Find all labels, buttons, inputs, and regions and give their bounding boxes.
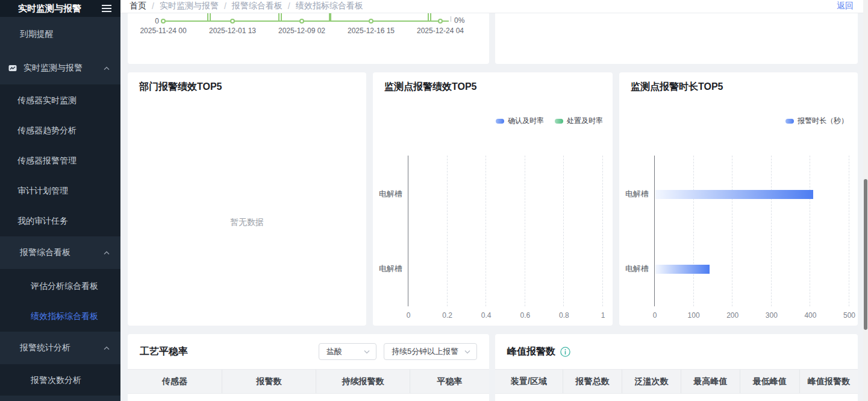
chevron-down-icon	[464, 350, 470, 354]
sidebar-submenu-group: 评估分析综合看板 绩效指标综合看板	[0, 269, 120, 332]
sidebar-item-evaluation-dashboard[interactable]: 评估分析综合看板	[0, 271, 120, 302]
chart-x-tick-label: 0.2	[442, 311, 452, 320]
sidebar-submenu-alarm-statistics[interactable]: 报警统计分析	[0, 332, 120, 364]
column-header: 峰值报警数	[800, 370, 858, 393]
sidebar-item-label: 传感器趋势分析	[17, 125, 76, 136]
alarm-trend-chart-card: 2025-11-24 002025-12-01 132025-12-09 022…	[128, 13, 489, 64]
trend-spike	[428, 13, 429, 21]
tables-row: 工艺平稳率 盐酸 持续5分钟以上报警 传感器 报警数 持续报警数	[128, 334, 858, 401]
select-value: 盐酸	[326, 346, 342, 357]
sidebar-item-label: 报警综合看板	[20, 247, 70, 258]
chart-gridline	[810, 156, 810, 306]
sidebar-header: 实时监测与报警	[0, 0, 120, 17]
chart-bar	[655, 190, 813, 199]
card-title: 监测点报警绩效TOP5	[384, 81, 477, 93]
trend-x-tick-label: 2025-12-24 04	[417, 27, 464, 35]
trend-right-axis-tickmark	[451, 16, 451, 22]
info-icon[interactable]	[560, 347, 570, 357]
trend-data-marker	[369, 19, 373, 24]
column-header: 最低峰值	[740, 370, 800, 393]
card-title: 监测点报警时长TOP5	[631, 81, 723, 93]
panel-header: 峰值报警数	[495, 334, 858, 369]
process-select[interactable]: 盐酸	[319, 343, 376, 360]
legend-label: 确认及时率	[508, 116, 544, 126]
hamburger-menu-icon[interactable]	[101, 4, 112, 13]
trend-x-tick-label: 2025-12-16 15	[348, 27, 395, 35]
top-right-card	[495, 13, 858, 64]
trend-data-marker	[230, 19, 235, 24]
panel-title: 工艺平稳率	[140, 346, 188, 358]
trend-spike	[430, 13, 431, 21]
column-header: 持续报警数	[316, 370, 410, 393]
sidebar-item-label: 绩效指标综合看板	[31, 311, 98, 322]
chart-x-tick-label: 500	[843, 311, 855, 320]
chart-x-tick-label: 0.4	[481, 311, 492, 320]
column-header: 泛滥次数	[622, 370, 681, 393]
hbar-chart-plot: 0100200300400500电解槽电解槽	[654, 156, 849, 306]
sidebar-item-label: 到期提醒	[20, 29, 54, 40]
sidebar-item-label: 报警统计分析	[20, 343, 70, 353]
sidebar: 实时监测与报警 到期提醒 实时监测与报警 传感器实时监测 传感器趋势分析 传感器…	[0, 0, 120, 401]
sidebar-item-alarm-count-analysis[interactable]: 报警次数分析	[0, 365, 120, 396]
sidebar-item-expiry-reminder[interactable]: 到期提醒	[0, 17, 120, 52]
top5-charts-row: 部门报警绩效TOP5 暂无数据 监测点报警绩效TOP5 确认及时率 处置及时率 …	[128, 72, 858, 326]
trend-right-axis-tick: 0%	[454, 16, 464, 25]
legend-swatch-green	[555, 119, 563, 124]
main-content: 2025-11-24 002025-12-01 132025-12-09 022…	[120, 13, 863, 401]
sidebar-item-label: 报警次数分析	[31, 375, 81, 386]
trend-x-tick-label: 2025-12-09 02	[278, 27, 325, 35]
column-header: 报警数	[222, 370, 316, 393]
chart-gridline	[732, 156, 732, 306]
chart-bar	[655, 265, 710, 274]
sidebar-item-label: 我的审计任务	[17, 216, 68, 227]
chart-legend: 确认及时率 处置及时率	[485, 116, 603, 126]
chart-x-tick-label: 400	[804, 311, 816, 320]
chevron-up-icon	[104, 251, 110, 255]
chart-gridline	[447, 156, 448, 306]
process-stability-card: 工艺平稳率 盐酸 持续5分钟以上报警 传感器 报警数 持续报警数	[128, 334, 489, 401]
chart-y-category-label: 电解槽	[607, 189, 649, 200]
sidebar-item-sensor-alarm-mgmt[interactable]: 传感器报警管理	[0, 146, 120, 176]
breadcrumb-home[interactable]: 首页	[130, 1, 146, 11]
sidebar-item-label: 审计计划管理	[17, 186, 68, 197]
vertical-scrollbar-thumb[interactable]	[864, 179, 867, 330]
breadcrumb-realtime-monitoring[interactable]: 实时监测与报警	[160, 1, 219, 11]
sidebar-item-sensor-realtime[interactable]: 传感器实时监测	[0, 86, 120, 116]
chart-x-tick-label: 0.6	[520, 311, 530, 320]
sidebar-item-performance-dashboard[interactable]: 绩效指标综合看板	[0, 302, 120, 332]
chart-y-category-label: 电解槽	[360, 189, 402, 200]
breadcrumb-alarm-dashboard[interactable]: 报警综合看板	[232, 1, 283, 11]
column-header: 平稳率	[410, 370, 489, 393]
sidebar-item-my-audit-tasks[interactable]: 我的审计任务	[0, 206, 120, 236]
trend-data-marker	[438, 19, 443, 24]
vertical-scrollbar-track[interactable]	[863, 0, 868, 401]
monitor-chart-icon	[8, 64, 17, 72]
chart-gridline	[693, 156, 694, 306]
select-value: 持续5分钟以上报警	[392, 346, 458, 357]
column-header: 传感器	[128, 370, 222, 393]
back-link[interactable]: 返回	[837, 1, 854, 11]
sidebar-item-label: 传感器报警管理	[17, 156, 76, 166]
chart-gridline	[849, 156, 849, 306]
legend-swatch-blue	[496, 119, 504, 124]
chart-gridline	[602, 156, 603, 306]
top-row: 2025-11-24 002025-12-01 132025-12-09 022…	[128, 13, 858, 64]
trend-x-tick-label: 2025-11-24 00	[140, 27, 186, 35]
breadcrumb-performance-dashboard: 绩效指标综合看板	[296, 1, 363, 11]
trend-spike	[281, 13, 282, 21]
legend-item[interactable]: 确认及时率	[496, 116, 544, 126]
trend-left-axis-tick: 0	[145, 17, 159, 25]
sidebar-item-label: 实时监测与报警	[23, 63, 83, 74]
trend-data-marker	[299, 19, 304, 24]
sidebar-submenu-alarm-dashboard[interactable]: 报警综合看板	[0, 236, 120, 269]
chart-x-tick-label: 300	[766, 311, 778, 320]
sidebar-item-sensor-trend[interactable]: 传感器趋势分析	[0, 116, 120, 146]
column-header: 报警总数	[563, 370, 622, 393]
legend-item[interactable]: 报警时长（秒）	[785, 116, 848, 126]
sidebar-submenu-realtime-monitoring[interactable]: 实时监测与报警	[0, 52, 120, 84]
legend-label: 报警时长（秒）	[798, 116, 848, 126]
legend-item[interactable]: 处置及时率	[555, 116, 603, 126]
trend-spike	[207, 13, 208, 21]
sidebar-item-audit-plan[interactable]: 审计计划管理	[0, 176, 120, 206]
alarm-duration-filter-select[interactable]: 持续5分钟以上报警	[384, 343, 477, 360]
